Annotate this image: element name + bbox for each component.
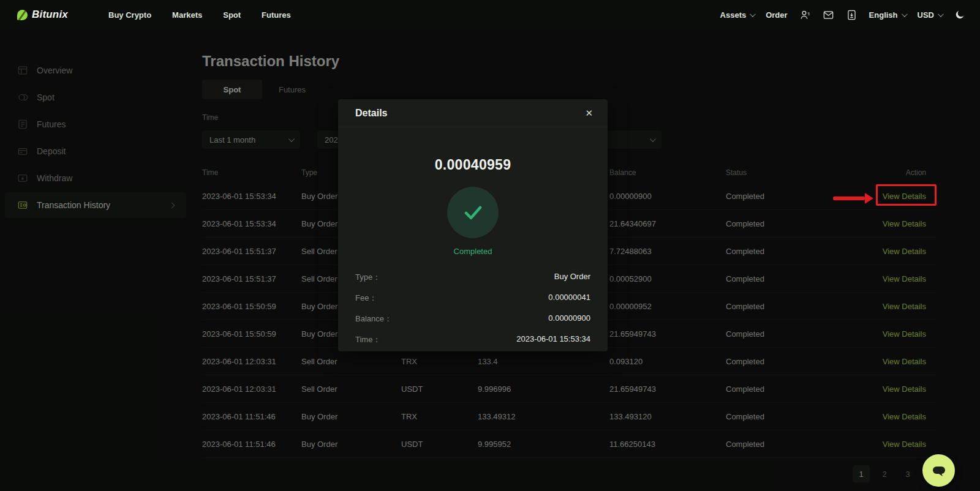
checkmark-icon (459, 198, 487, 227)
top-nav: Bitunix Buy Crypto Markets Spot Futures … (0, 0, 980, 29)
field-value: Buy Order (554, 272, 590, 284)
nav-links: Buy Crypto Markets Spot Futures (108, 10, 291, 20)
nav-link-futures[interactable]: Futures (262, 10, 291, 20)
arrow-head (865, 193, 873, 204)
modal-header: Details ✕ (338, 99, 608, 127)
annotation-highlight-box (876, 184, 937, 206)
field-value: 0.00000900 (548, 313, 590, 326)
modal-field-fee: Fee： 0.00000041 (355, 293, 590, 305)
modal-field-time: Time： 2023-06-01 15:53:34 (355, 334, 590, 347)
modal-field-type: Type： Buy Order (355, 272, 590, 284)
brand-logo[interactable]: Bitunix (17, 9, 68, 21)
assets-menu[interactable]: Assets (720, 10, 755, 20)
messages-button[interactable] (823, 9, 834, 21)
nav-link-spot[interactable]: Spot (223, 10, 241, 20)
details-modal: Details ✕ 0.00040959 Completed Type： Buy… (338, 99, 608, 351)
account-button[interactable] (799, 9, 811, 21)
modal-field-balance: Balance： 0.00000900 (355, 313, 590, 326)
chat-widget-button[interactable] (922, 454, 955, 487)
modal-fields: Type： Buy Order Fee： 0.00000041 Balance：… (355, 272, 590, 347)
nav-link-buy-crypto[interactable]: Buy Crypto (108, 10, 151, 20)
order-label: Order (766, 10, 787, 20)
currency-selector[interactable]: USD (918, 10, 942, 20)
chevron-down-icon (902, 11, 908, 17)
field-value: 2023-06-01 15:53:34 (516, 334, 590, 347)
chevron-down-icon (938, 11, 944, 17)
order-menu[interactable]: Order (766, 10, 787, 20)
close-icon[interactable]: ✕ (585, 108, 593, 119)
language-selector[interactable]: English (869, 10, 906, 20)
language-label: English (869, 10, 898, 20)
brand-name: Bitunix (32, 9, 68, 21)
currency-label: USD (918, 10, 934, 20)
nav-link-markets[interactable]: Markets (172, 10, 202, 20)
annotation-arrow-icon (833, 193, 873, 204)
field-label: Type： (355, 272, 380, 284)
theme-toggle[interactable] (954, 9, 965, 21)
bitunix-leaf-icon (17, 10, 28, 20)
download-icon (846, 9, 858, 21)
assets-label: Assets (720, 10, 747, 20)
screen: Bitunix Buy Crypto Markets Spot Futures … (0, 0, 980, 491)
field-label: Time： (355, 334, 380, 347)
modal-status-text: Completed (338, 247, 608, 256)
chat-bubble-icon (931, 463, 947, 479)
chevron-down-icon (750, 11, 756, 17)
moon-icon (954, 9, 965, 21)
arrow-shaft (833, 197, 865, 200)
field-label: Balance： (355, 313, 392, 326)
field-value: 0.00000041 (548, 293, 590, 305)
field-label: Fee： (355, 293, 377, 305)
user-icon (799, 9, 811, 21)
success-check-circle (447, 187, 499, 238)
modal-title: Details (355, 108, 387, 119)
transaction-amount: 0.00040959 (338, 157, 608, 173)
app-download-button[interactable] (846, 9, 858, 21)
mail-icon (823, 9, 834, 21)
